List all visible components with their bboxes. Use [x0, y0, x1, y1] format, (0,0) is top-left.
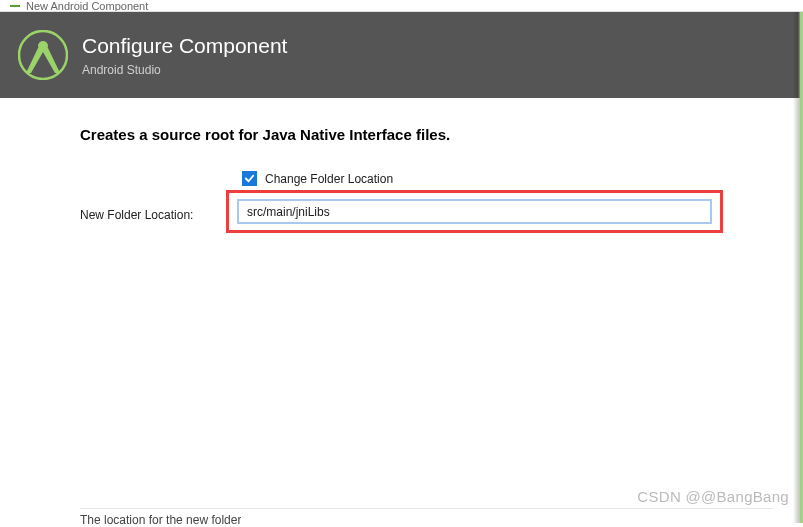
folder-location-label: New Folder Location:	[80, 208, 234, 222]
dialog-content: Creates a source root for Java Native In…	[0, 98, 803, 527]
change-folder-checkbox[interactable]	[242, 171, 257, 186]
window-title: New Android Component	[26, 0, 148, 12]
highlight-box	[226, 190, 723, 233]
description-text: Creates a source root for Java Native In…	[80, 126, 723, 143]
dialog-title: Configure Component	[82, 33, 287, 58]
folder-location-input[interactable]	[237, 199, 712, 224]
bottom-hint: The location for the new folder	[80, 513, 241, 527]
header-text: Configure Component Android Studio	[82, 33, 287, 76]
separator	[80, 508, 773, 509]
change-folder-label[interactable]: Change Folder Location	[265, 172, 393, 186]
window-titlebar: New Android Component	[0, 0, 803, 12]
svg-point-0	[19, 31, 67, 79]
folder-location-row: New Folder Location:	[80, 196, 723, 233]
dialog-subtitle: Android Studio	[82, 63, 287, 77]
change-folder-row: Change Folder Location	[80, 171, 723, 186]
dialog-header: Configure Component Android Studio	[0, 12, 803, 98]
android-studio-icon	[18, 30, 68, 80]
